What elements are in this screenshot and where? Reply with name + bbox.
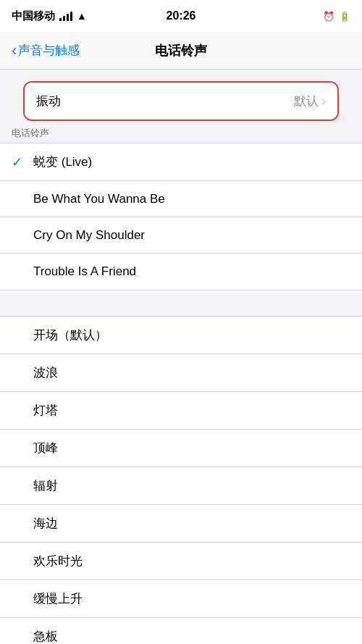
alarm-icon: ⏰ xyxy=(323,11,334,22)
vibration-right: 默认 › xyxy=(294,93,326,109)
signal-icon xyxy=(59,12,72,21)
list-item[interactable]: 辐射 xyxy=(0,467,362,505)
tone-8-label: 缓慢上升 xyxy=(33,590,83,607)
ringtone-section-header: 电话铃声 xyxy=(0,121,362,143)
list-item[interactable]: 急板 xyxy=(0,618,362,644)
ringtone-2-label: Be What You Wanna Be xyxy=(33,192,165,206)
back-button[interactable]: ‹ 声音与触感 xyxy=(12,42,80,59)
status-bar: 中国移动 ▲ 20:26 ⏰ 🔋 xyxy=(0,0,362,32)
chevron-right-icon: › xyxy=(321,93,326,109)
tone-2-label: 波浪 xyxy=(33,364,58,381)
ringtone-4-label: Trouble Is A Friend xyxy=(33,264,136,279)
list-item[interactable]: 开场（默认） xyxy=(0,317,362,354)
list-item[interactable]: 缓慢上升 xyxy=(0,580,362,618)
list-item[interactable]: Be What You Wanna Be xyxy=(0,181,362,217)
status-time: 20:26 xyxy=(167,9,196,22)
tone-7-label: 欢乐时光 xyxy=(33,553,83,569)
back-label: 声音与触感 xyxy=(18,42,80,59)
list-item[interactable]: 顶峰 xyxy=(0,430,362,467)
divider xyxy=(0,290,362,316)
tone-6-label: 海边 xyxy=(33,515,58,532)
status-right: ⏰ 🔋 xyxy=(323,11,350,22)
tone-5-label: 辐射 xyxy=(33,477,58,494)
tone-3-label: 灯塔 xyxy=(33,402,58,419)
list-item[interactable]: Trouble Is A Friend xyxy=(0,254,362,290)
chevron-left-icon: ‹ xyxy=(12,43,17,59)
vibration-label: 振动 xyxy=(36,93,61,109)
content-area: 振动 默认 › 电话铃声 ✓ 蜕变 (Live) Be What You Wan… xyxy=(0,70,362,644)
list-item[interactable]: 灯塔 xyxy=(0,392,362,430)
vibration-row[interactable]: 振动 默认 › xyxy=(25,83,337,120)
list-item[interactable]: 欢乐时光 xyxy=(0,543,362,580)
wifi-icon: ▲ xyxy=(77,10,87,22)
status-left: 中国移动 ▲ xyxy=(12,9,87,23)
list-item[interactable]: 波浪 xyxy=(0,354,362,392)
system-tones-list: 开场（默认） 波浪 灯塔 顶峰 辐射 海边 欢乐时光 缓慢上升 xyxy=(0,316,362,644)
check-icon: ✓ xyxy=(12,154,33,170)
nav-bar: ‹ 声音与触感 电话铃声 xyxy=(0,32,362,70)
battery-icon: 🔋 xyxy=(339,11,350,22)
ringtone-1-label: 蜕变 (Live) xyxy=(33,154,92,170)
list-item[interactable]: 海边 xyxy=(0,505,362,543)
page-title: 电话铃声 xyxy=(155,42,207,59)
vibration-value: 默认 xyxy=(294,93,319,109)
vibration-section[interactable]: 振动 默认 › xyxy=(23,81,339,121)
ringtone-3-label: Cry On My Shoulder xyxy=(33,228,145,243)
tone-1-label: 开场（默认） xyxy=(33,327,107,343)
list-item[interactable]: Cry On My Shoulder xyxy=(0,217,362,254)
tone-9-label: 急板 xyxy=(33,628,58,644)
ringtone-list: ✓ 蜕变 (Live) Be What You Wanna Be Cry On … xyxy=(0,143,362,290)
carrier-label: 中国移动 xyxy=(12,9,55,23)
list-item[interactable]: ✓ 蜕变 (Live) xyxy=(0,143,362,181)
tone-4-label: 顶峰 xyxy=(33,440,58,456)
